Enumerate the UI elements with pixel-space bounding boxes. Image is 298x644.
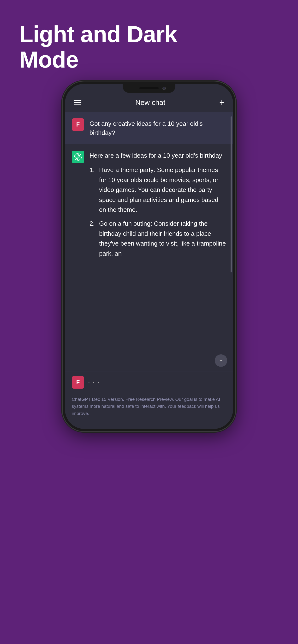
new-chat-button[interactable]: + bbox=[219, 98, 224, 107]
scroll-down-button[interactable] bbox=[215, 354, 227, 367]
ai-message-body: Here are a few ideas for a 10 year old's… bbox=[89, 151, 226, 262]
notch-camera bbox=[163, 87, 166, 90]
notch-speaker bbox=[139, 87, 159, 89]
phone-shell: New chat + F Got any creative ideas for … bbox=[63, 82, 235, 431]
list-item: 2. Go on a fun outing: Consider taking t… bbox=[89, 219, 226, 258]
scroll-indicator bbox=[231, 144, 232, 272]
ai-message: Here are a few ideas for a 10 year old's… bbox=[65, 144, 233, 371]
ai-response-list: 1. Have a theme party: Some popular them… bbox=[89, 165, 226, 258]
app-footer: ChatGPT Dec 15 Version. Free Research Pr… bbox=[65, 393, 233, 429]
user-message-text: Got any creative ideas for a 10 year old… bbox=[89, 118, 226, 137]
input-user-avatar: F bbox=[72, 376, 84, 388]
menu-icon[interactable] bbox=[74, 100, 81, 105]
ai-intro-text: Here are a few ideas for a 10 year old's… bbox=[89, 151, 226, 161]
header-title: New chat bbox=[135, 98, 165, 106]
list-text-1: Have a theme party: Some popular themes … bbox=[99, 165, 226, 215]
user-message: F Got any creative ideas for a 10 year o… bbox=[65, 112, 233, 144]
footer-text: ChatGPT Dec 15 Version. Free Research Pr… bbox=[72, 396, 226, 417]
footer-link[interactable]: ChatGPT Dec 15 Version bbox=[72, 397, 123, 402]
list-text-2: Go on a fun outing: Consider taking the … bbox=[99, 219, 226, 258]
user-avatar: F bbox=[72, 118, 84, 131]
page-title: Light and DarkMode bbox=[19, 22, 177, 72]
phone-notch bbox=[123, 84, 175, 93]
ai-avatar bbox=[72, 151, 84, 163]
input-area: F · · · bbox=[65, 372, 233, 393]
chat-area: F Got any creative ideas for a 10 year o… bbox=[65, 112, 233, 372]
list-number-1: 1. bbox=[89, 165, 96, 215]
list-item: 1. Have a theme party: Some popular them… bbox=[89, 165, 226, 215]
screen-content: New chat + F Got any creative ideas for … bbox=[65, 84, 233, 429]
input-placeholder: · · · bbox=[88, 378, 100, 386]
list-number-2: 2. bbox=[89, 219, 96, 258]
phone-screen: New chat + F Got any creative ideas for … bbox=[65, 84, 233, 429]
